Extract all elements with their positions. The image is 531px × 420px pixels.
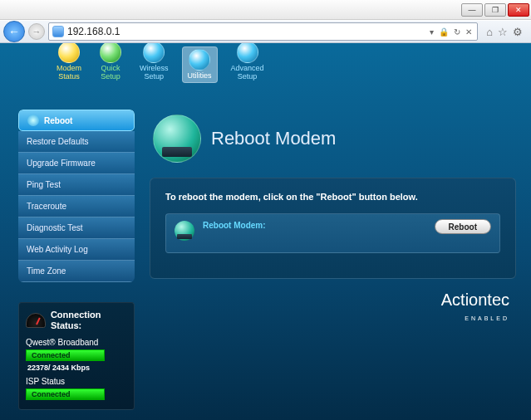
browser-navbar: ← → ▾ 🔒 ↻ ✕ ⌂ ☆ ⚙ xyxy=(0,20,531,43)
utilities-icon xyxy=(189,49,210,71)
window-minimize-button[interactable]: — xyxy=(461,3,483,17)
sidebar-item-time-zone[interactable]: Time Zone xyxy=(18,261,135,282)
sidebar-item-label: Web Activity Log xyxy=(27,245,88,254)
sidebar-item-web-activity-log[interactable]: Web Activity Log xyxy=(18,239,135,261)
tab-label: Setup xyxy=(238,73,258,81)
window-close-button[interactable]: ✕ xyxy=(508,3,529,17)
sidebar-item-upgrade-firmware[interactable]: Upgrade Firmware xyxy=(18,153,135,174)
broadband-label: Qwest® Broadband xyxy=(26,338,127,347)
tab-quick-setup[interactable]: Quick Setup xyxy=(95,43,126,83)
forward-button[interactable]: → xyxy=(28,23,45,40)
reboot-instruction: To reboot the modem, click on the "Reboo… xyxy=(165,192,500,202)
modem-admin-page: Modem Status Quick Setup Wireless Setup … xyxy=(0,43,531,420)
brand-logo: Actiontec ENABLED xyxy=(441,292,509,322)
url-controls: ▾ 🔒 ↻ ✕ xyxy=(428,27,474,37)
reboot-panel: To reboot the modem, click on the "Reboo… xyxy=(150,178,516,279)
tab-label: Setup xyxy=(101,73,120,81)
window-maximize-button[interactable]: ❐ xyxy=(484,3,506,17)
sidebar-item-label: Traceroute xyxy=(27,202,66,211)
settings-gear-icon[interactable]: ⚙ xyxy=(513,26,523,38)
sidebar-item-traceroute[interactable]: Traceroute xyxy=(18,196,135,217)
tab-label: Setup xyxy=(145,73,165,81)
reboot-action-row: Reboot Modem: Reboot xyxy=(165,213,500,253)
reboot-small-icon xyxy=(175,221,194,241)
sidebar-item-reboot[interactable]: Reboot xyxy=(18,110,135,131)
sidebar-item-label: Restore Defaults xyxy=(27,137,88,146)
tab-wireless-setup[interactable]: Wireless Setup xyxy=(135,43,174,83)
sidebar: Reboot Restore Defaults Upgrade Firmware… xyxy=(18,110,135,410)
connection-status-title: Connection Status: xyxy=(51,310,127,331)
address-bar[interactable]: ▾ 🔒 ↻ ✕ xyxy=(48,22,478,41)
sidebar-item-label: Diagnostic Test xyxy=(27,223,83,232)
tab-label: Utilities xyxy=(188,72,212,81)
tab-modem-status[interactable]: Modem Status xyxy=(52,43,86,83)
reboot-button[interactable]: Reboot xyxy=(435,219,491,234)
refresh-icon[interactable]: ↻ xyxy=(452,27,462,37)
reboot-label: Reboot Modem: xyxy=(203,219,426,230)
top-nav: Modem Status Quick Setup Wireless Setup … xyxy=(0,43,531,85)
isp-status: Connected xyxy=(26,388,105,400)
reboot-modem-icon xyxy=(153,115,201,163)
modem-status-icon xyxy=(58,43,80,63)
sidebar-item-label: Reboot xyxy=(44,116,72,125)
sidebar-item-label: Ping Test xyxy=(27,180,61,189)
page-title: Reboot Modem xyxy=(211,128,336,149)
lock-icon: 🔒 xyxy=(437,27,450,37)
sidebar-item-ping-test[interactable]: Ping Test xyxy=(18,174,135,196)
ie-icon xyxy=(52,26,64,37)
utilities-menu: Reboot Restore Defaults Upgrade Firmware… xyxy=(18,110,135,282)
sidebar-item-label: Upgrade Firmware xyxy=(27,159,96,168)
broadband-status: Connected xyxy=(26,349,105,361)
main-content: Reboot Modem To reboot the modem, click … xyxy=(150,110,516,279)
favorites-icon[interactable]: ☆ xyxy=(498,26,508,38)
tab-utilities[interactable]: Utilities xyxy=(182,46,218,83)
connection-speed: 22378/ 2434 Kbps xyxy=(27,364,127,372)
url-input[interactable] xyxy=(67,26,425,37)
stop-icon[interactable]: ✕ xyxy=(464,27,474,37)
isp-label: ISP Status xyxy=(26,377,127,386)
gauge-icon xyxy=(26,313,46,328)
tab-advanced-setup[interactable]: Advanced Setup xyxy=(226,43,269,83)
back-button[interactable]: ← xyxy=(3,21,25,42)
wireless-setup-icon xyxy=(143,43,165,63)
tab-label: Status xyxy=(58,73,80,81)
connection-status-box: Connection Status: Qwest® Broadband Conn… xyxy=(18,302,135,410)
dropdown-icon[interactable]: ▾ xyxy=(428,27,435,37)
quick-setup-icon xyxy=(100,43,121,63)
reboot-icon xyxy=(27,115,39,126)
sidebar-item-restore-defaults[interactable]: Restore Defaults xyxy=(18,131,135,153)
home-icon[interactable]: ⌂ xyxy=(486,26,493,38)
brand-sub: ENABLED xyxy=(465,315,509,321)
sidebar-item-diagnostic-test[interactable]: Diagnostic Test xyxy=(18,217,135,239)
brand-name: Actiontec xyxy=(441,291,509,309)
window-titlebar: — ❐ ✕ xyxy=(0,0,531,20)
sidebar-item-label: Time Zone xyxy=(27,266,66,276)
advanced-setup-icon xyxy=(237,43,258,63)
